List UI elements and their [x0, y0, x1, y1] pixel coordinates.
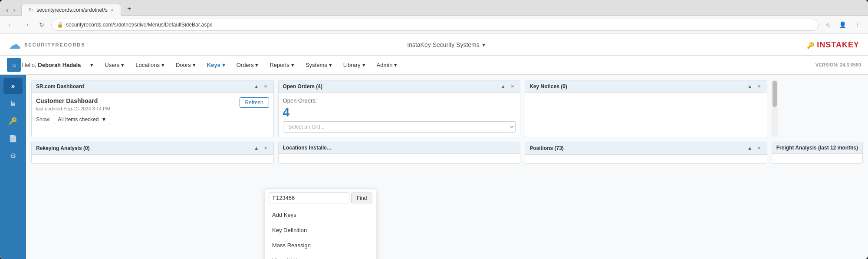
key-notices-close-button[interactable]: ×: [756, 83, 763, 90]
new-tab-button[interactable]: +: [123, 2, 135, 15]
show-dropdown[interactable]: All Items checked ▼: [54, 115, 110, 124]
freight-header: Freight Analysis (last 12 months): [772, 142, 862, 154]
customer-dashboard-title: Customer Dashboard: [36, 97, 269, 104]
freight-title: Freight Analysis (last 12 months): [776, 145, 858, 151]
rekeying-collapse-button[interactable]: ▲: [252, 145, 261, 152]
open-orders-title: Open Orders (4): [283, 83, 322, 90]
nav-doors-arrow: ▾: [193, 62, 196, 68]
back-button[interactable]: ‹: [3, 5, 11, 15]
company-name-text: InstaKey Security Systems: [407, 41, 480, 48]
nav-library[interactable]: Library ▾: [338, 58, 371, 72]
key-notices-body: [525, 93, 767, 102]
positions-collapse-button[interactable]: ▲: [746, 145, 754, 152]
nav-reports[interactable]: Reports ▾: [264, 58, 299, 72]
add-keys-label: Add Keys: [272, 212, 296, 218]
keys-dropdown-overlay: Find Add Keys Key Definition Mass Reassi…: [265, 189, 376, 259]
last-updated-text: last updated Sep-12-2024 8:14 PM: [36, 106, 269, 111]
rekeying-body: [32, 155, 273, 163]
refresh-button[interactable]: Refresh: [240, 97, 269, 108]
forward-button[interactable]: ›: [11, 5, 18, 15]
user-name: Deborah Hadala: [38, 62, 81, 68]
positions-widget: Positions (73) ▲ ×: [525, 142, 767, 164]
sidebar-toggle-button[interactable]: »: [3, 78, 23, 94]
logo-icon: ☁: [9, 37, 21, 52]
key-notices-title: Key Notices (0): [529, 83, 567, 90]
open-orders-collapse-button[interactable]: ▲: [499, 83, 507, 90]
nav-admin-arrow: ▾: [394, 62, 397, 68]
sidebar-icon-document[interactable]: 📄: [3, 130, 23, 146]
key-definition-label: Key Definition: [272, 227, 307, 233]
tab-close-button[interactable]: ×: [111, 7, 114, 13]
instakey-logo: 🔑 INSTAKEY: [807, 40, 859, 50]
nav-bar: ⌂ Hello, Deborah Hadala ▾ Users ▾ Locati…: [0, 56, 868, 75]
nav-locations-label: Locations: [135, 62, 160, 68]
dropdown-view-all-keys[interactable]: View All Keys: [265, 253, 376, 259]
open-orders-body: Open Orders: 4 Select an Ord...: [279, 93, 520, 137]
profile-button[interactable]: 👤: [836, 20, 849, 30]
tab-title: securityrecords.com/srdotnet/s: [36, 7, 107, 13]
nav-reports-label: Reports: [270, 62, 289, 68]
open-orders-close-button[interactable]: ×: [509, 83, 516, 90]
scrollbar-thumb[interactable]: [773, 81, 777, 107]
dropdown-add-keys[interactable]: Add Keys: [265, 207, 376, 222]
nav-admin[interactable]: Admin ▾: [372, 58, 403, 72]
key-notices-widget: Key Notices (0) ▲ ×: [525, 80, 767, 137]
nav-systems-arrow: ▾: [329, 62, 332, 68]
positions-header: Positions (73) ▲ ×: [525, 142, 767, 155]
nav-reports-arrow: ▾: [291, 62, 294, 68]
sr-dashboard-title: SR.com Dashboard: [36, 83, 84, 90]
open-orders-count: 4: [283, 106, 516, 120]
nav-locations[interactable]: Locations ▾: [130, 58, 170, 72]
sidebar-icon-key[interactable]: 🔑: [3, 113, 23, 129]
key-notices-collapse-button[interactable]: ▲: [746, 83, 754, 90]
nav-users-arrow: ▾: [121, 62, 124, 68]
browser-refresh-button[interactable]: ↻: [36, 20, 47, 30]
sr-dashboard-body: Refresh Customer Dashboard last updated …: [32, 93, 273, 129]
positions-close-button[interactable]: ×: [756, 145, 763, 152]
url-bar[interactable]: 🔒 securityrecords.com/srdotnet/srlive/Me…: [51, 19, 819, 31]
nav-doors-label: Doors: [176, 62, 191, 68]
version-text: VERSION: 24.3.6560: [815, 62, 861, 67]
sr-dashboard-close-button[interactable]: ×: [263, 83, 269, 90]
rekeying-header: Rekeying Analysis (0) ▲ ×: [32, 142, 273, 155]
view-all-keys-label: View All Keys: [272, 257, 306, 259]
nav-keys[interactable]: Keys ▾: [202, 58, 230, 72]
key-search-input[interactable]: [269, 193, 349, 203]
sr-dashboard-widget: SR.com Dashboard ▲ × Refresh Customer Da…: [31, 80, 274, 137]
key-notices-header: Key Notices (0) ▲ ×: [525, 80, 767, 93]
company-selector[interactable]: InstaKey Security Systems ▾: [94, 41, 799, 48]
positions-title: Positions (73): [529, 145, 564, 151]
nav-systems[interactable]: Systems ▾: [300, 58, 337, 72]
nav-doors[interactable]: Doors ▾: [171, 58, 201, 72]
nav-users[interactable]: Users ▾: [99, 58, 129, 72]
dropdown-mass-reassign[interactable]: Mass Reassign: [265, 238, 376, 253]
bookmark-button[interactable]: ☆: [823, 20, 834, 30]
rekeying-close-button[interactable]: ×: [263, 145, 269, 152]
nav-orders-arrow: ▾: [255, 62, 258, 68]
nav-user-arrow[interactable]: ▾: [85, 58, 99, 72]
nav-orders[interactable]: Orders ▾: [231, 58, 264, 72]
freight-body: [772, 154, 862, 163]
scrollbar-track[interactable]: [772, 80, 778, 137]
open-orders-header: Open Orders (4) ▲ ×: [279, 80, 520, 93]
sr-dashboard-collapse-button[interactable]: ▲: [252, 83, 261, 90]
sidebar-icon-gear[interactable]: ⚙: [3, 148, 23, 163]
browser-back-button[interactable]: ←: [5, 20, 16, 30]
order-select[interactable]: Select an Ord...: [283, 121, 516, 133]
active-tab[interactable]: ↻ securityrecords.com/srdotnet/s ×: [21, 4, 121, 16]
freight-widget: Freight Analysis (last 12 months): [772, 142, 863, 164]
positions-body: [525, 155, 767, 163]
browser-forward-button[interactable]: →: [21, 20, 32, 30]
nav-orders-label: Orders: [237, 62, 254, 68]
home-nav-button[interactable]: ⌂: [7, 58, 21, 72]
locations-installed-body: [279, 154, 520, 163]
menu-button[interactable]: ⋮: [852, 20, 863, 30]
nav-users-label: Users: [105, 62, 119, 68]
dropdown-key-definition[interactable]: Key Definition: [265, 222, 376, 238]
sidebar-icon-monitor[interactable]: 🖥: [3, 96, 23, 111]
open-orders-widget: Open Orders (4) ▲ × Open Orders: 4 Selec…: [278, 80, 521, 137]
show-value: All Items checked: [58, 116, 99, 123]
nav-admin-label: Admin: [377, 62, 393, 68]
find-button[interactable]: Find: [351, 193, 372, 203]
rekeying-title: Rekeying Analysis (0): [36, 145, 90, 151]
